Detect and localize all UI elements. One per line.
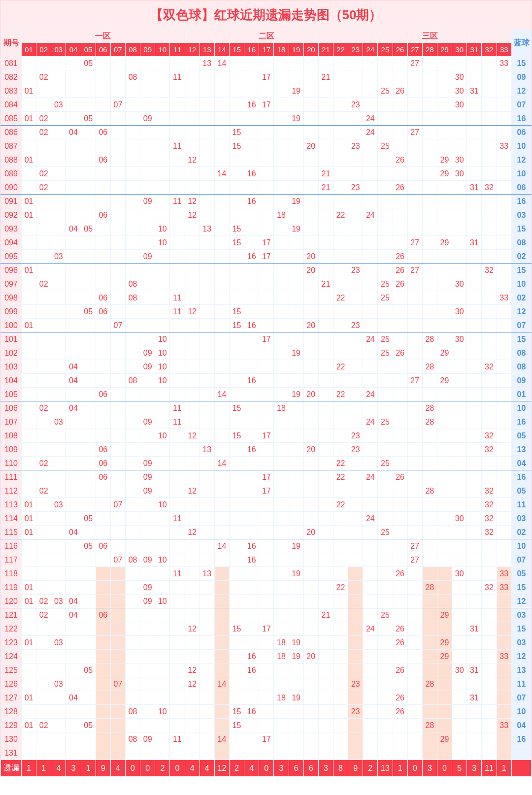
red-cell <box>125 319 140 332</box>
red-cell <box>259 650 274 663</box>
data-row: 10906131620233213 <box>1 443 532 457</box>
red-cell: 29 <box>437 636 452 650</box>
blue-cell: 10 <box>512 167 532 181</box>
red-cell <box>170 746 185 760</box>
red-cell <box>274 346 289 360</box>
red-cell <box>66 181 81 195</box>
red-cell: 16 <box>244 663 259 677</box>
red-cell <box>96 98 110 112</box>
red-cell <box>200 250 214 264</box>
red-cell <box>348 732 363 746</box>
red-cell <box>497 208 512 222</box>
red-cell <box>274 663 289 677</box>
red-cell: 14 <box>214 539 229 553</box>
red-cell <box>497 429 512 443</box>
red-cell <box>422 153 437 167</box>
red-cell <box>110 222 125 236</box>
red-cell <box>407 319 422 332</box>
lottery-trend-chart: 【双色球】红球近期遗漏走势图（50期） 期号一区二区三区蓝球0102030405… <box>0 0 532 777</box>
red-cell: 17 <box>259 98 274 112</box>
data-row: 10404081016272909 <box>1 374 532 388</box>
red-cell <box>96 677 110 691</box>
red-cell <box>229 636 244 650</box>
red-cell <box>229 332 244 346</box>
red-cell <box>467 539 482 553</box>
red-cell <box>407 167 422 181</box>
red-cell: 18 <box>274 650 289 663</box>
red-cell <box>497 126 512 139</box>
red-cell <box>214 360 229 374</box>
red-cell <box>125 332 140 346</box>
red-cell <box>200 181 214 195</box>
red-cell <box>36 526 51 539</box>
red-cell: 17 <box>259 250 274 264</box>
red-cell <box>200 195 214 208</box>
red-cell: 12 <box>185 677 200 691</box>
red-col-12: 12 <box>185 43 200 57</box>
issue-cell: 110 <box>1 457 22 470</box>
red-cell <box>378 636 393 650</box>
red-cell <box>378 663 393 677</box>
red-cell <box>259 126 274 139</box>
red-cell <box>303 167 318 181</box>
red-cell <box>482 222 497 236</box>
red-cell <box>452 719 467 732</box>
red-cell <box>393 581 407 595</box>
red-cell <box>259 222 274 236</box>
red-cell <box>66 498 81 512</box>
red-cell <box>303 291 318 305</box>
red-cell <box>274 195 289 208</box>
red-cell <box>333 746 348 760</box>
red-cell: 03 <box>51 415 66 429</box>
red-cell <box>229 484 244 498</box>
red-cell: 06 <box>96 153 110 167</box>
red-cell <box>333 126 348 139</box>
red-cell <box>244 608 259 622</box>
red-cell <box>407 332 422 346</box>
red-cell <box>333 98 348 112</box>
red-cell <box>422 319 437 332</box>
red-cell: 26 <box>393 663 407 677</box>
red-cell <box>407 484 422 498</box>
blue-cell: 05 <box>512 484 532 498</box>
red-cell <box>155 719 170 732</box>
red-cell: 02 <box>36 70 51 84</box>
red-cell <box>110 719 125 732</box>
red-cell <box>66 167 81 181</box>
red-cell <box>200 332 214 346</box>
data-row: 08202081117213009 <box>1 70 532 84</box>
red-cell <box>51 208 66 222</box>
red-cell <box>467 319 482 332</box>
red-cell <box>155 484 170 498</box>
red-cell <box>125 208 140 222</box>
miss-cell: 0 <box>259 760 274 777</box>
red-cell <box>200 429 214 443</box>
data-row: 10001071516202307 <box>1 319 532 332</box>
red-cell <box>482 70 497 84</box>
red-cell <box>289 264 303 277</box>
data-row: 10209101925262908 <box>1 346 532 360</box>
red-cell <box>229 153 244 167</box>
red-cell <box>497 112 512 126</box>
blue-cell: 10 <box>512 277 532 291</box>
red-cell <box>482 139 497 153</box>
red-cell <box>110 84 125 98</box>
red-cell: 14 <box>214 677 229 691</box>
data-row: 081051314273315 <box>1 57 532 70</box>
red-cell <box>378 319 393 332</box>
red-cell <box>363 567 378 581</box>
red-cell <box>348 277 363 291</box>
red-cell: 11 <box>170 139 185 153</box>
red-cell <box>467 650 482 663</box>
red-cell <box>185 457 200 470</box>
red-cell <box>363 57 378 70</box>
red-cell <box>303 181 318 195</box>
red-cell <box>303 457 318 470</box>
blue-cell: 12 <box>512 153 532 167</box>
red-cell <box>155 208 170 222</box>
red-cell: 22 <box>333 457 348 470</box>
red-cell: 15 <box>229 222 244 236</box>
red-cell <box>467 429 482 443</box>
red-cell <box>155 84 170 98</box>
red-cell <box>333 705 348 719</box>
